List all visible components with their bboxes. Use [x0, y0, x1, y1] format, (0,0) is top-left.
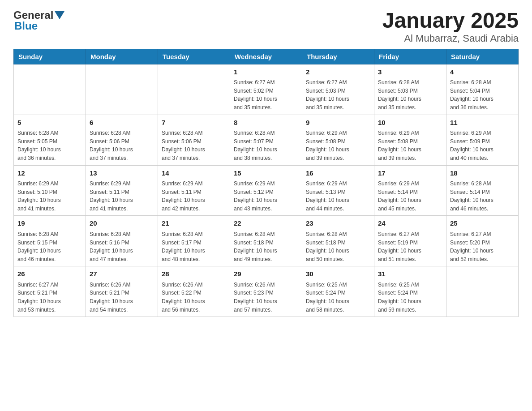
day-number: 22	[234, 218, 298, 229]
day-info: Sunrise: 6:28 AM Sunset: 5:03 PM Dayligh…	[378, 78, 442, 111]
day-info: Sunrise: 6:28 AM Sunset: 5:14 PM Dayligh…	[450, 180, 515, 213]
day-info: Sunrise: 6:26 AM Sunset: 5:23 PM Dayligh…	[234, 281, 298, 314]
day-info: Sunrise: 6:28 AM Sunset: 5:18 PM Dayligh…	[306, 230, 370, 263]
title-block: January 2025 Al Mubarraz, Saudi Arabia	[382, 9, 519, 44]
day-info: Sunrise: 6:29 AM Sunset: 5:11 PM Dayligh…	[90, 180, 154, 213]
calendar-day-cell: 23Sunrise: 6:28 AM Sunset: 5:18 PM Dayli…	[302, 216, 374, 266]
day-number: 17	[378, 168, 442, 179]
day-info: Sunrise: 6:27 AM Sunset: 5:02 PM Dayligh…	[234, 78, 298, 111]
logo-blue-text: Blue	[14, 20, 38, 32]
day-number: 12	[17, 168, 82, 179]
calendar-day-cell: 25Sunrise: 6:27 AM Sunset: 5:20 PM Dayli…	[446, 216, 519, 266]
day-number: 7	[162, 118, 226, 128]
calendar-day-cell: 26Sunrise: 6:27 AM Sunset: 5:21 PM Dayli…	[14, 266, 86, 317]
day-number: 19	[17, 218, 82, 229]
logo-triangle-icon	[55, 11, 64, 21]
day-number: 14	[162, 168, 226, 179]
day-of-week-header: Thursday	[302, 49, 374, 64]
calendar-day-cell	[86, 64, 158, 115]
calendar-day-cell: 20Sunrise: 6:28 AM Sunset: 5:16 PM Dayli…	[86, 216, 158, 266]
day-info: Sunrise: 6:29 AM Sunset: 5:11 PM Dayligh…	[162, 180, 226, 213]
day-number: 26	[17, 269, 82, 279]
day-of-week-header: Saturday	[446, 49, 519, 64]
day-of-week-header: Monday	[86, 49, 158, 64]
calendar-day-cell: 22Sunrise: 6:28 AM Sunset: 5:18 PM Dayli…	[230, 216, 302, 266]
day-number: 4	[450, 67, 515, 77]
calendar-day-cell: 11Sunrise: 6:29 AM Sunset: 5:09 PM Dayli…	[446, 115, 519, 165]
day-number: 28	[162, 269, 226, 279]
day-of-week-header: Sunday	[14, 49, 86, 64]
day-info: Sunrise: 6:29 AM Sunset: 5:10 PM Dayligh…	[17, 180, 82, 213]
calendar-day-cell: 21Sunrise: 6:28 AM Sunset: 5:17 PM Dayli…	[158, 216, 230, 266]
calendar-day-cell: 28Sunrise: 6:26 AM Sunset: 5:22 PM Dayli…	[158, 266, 230, 317]
day-number: 29	[234, 269, 298, 279]
calendar-day-cell: 27Sunrise: 6:26 AM Sunset: 5:21 PM Dayli…	[86, 266, 158, 317]
day-number: 21	[162, 218, 226, 229]
calendar-day-cell: 12Sunrise: 6:29 AM Sunset: 5:10 PM Dayli…	[14, 165, 86, 216]
calendar-day-cell: 10Sunrise: 6:29 AM Sunset: 5:08 PM Dayli…	[374, 115, 446, 165]
day-info: Sunrise: 6:29 AM Sunset: 5:12 PM Dayligh…	[234, 180, 298, 213]
calendar-day-cell: 8Sunrise: 6:28 AM Sunset: 5:07 PM Daylig…	[230, 115, 302, 165]
calendar-week-row: 1Sunrise: 6:27 AM Sunset: 5:02 PM Daylig…	[14, 64, 519, 115]
day-info: Sunrise: 6:26 AM Sunset: 5:22 PM Dayligh…	[162, 281, 226, 314]
day-info: Sunrise: 6:26 AM Sunset: 5:21 PM Dayligh…	[90, 281, 154, 314]
calendar-title: January 2025	[382, 9, 519, 33]
page-header: General Blue January 2025 Al Mubarraz, S…	[13, 9, 519, 44]
calendar-day-cell: 30Sunrise: 6:25 AM Sunset: 5:24 PM Dayli…	[302, 266, 374, 317]
day-info: Sunrise: 6:29 AM Sunset: 5:13 PM Dayligh…	[306, 180, 370, 213]
day-info: Sunrise: 6:28 AM Sunset: 5:17 PM Dayligh…	[162, 230, 226, 263]
day-number: 1	[234, 67, 298, 77]
day-info: Sunrise: 6:28 AM Sunset: 5:18 PM Dayligh…	[234, 230, 298, 263]
calendar-day-cell: 3Sunrise: 6:28 AM Sunset: 5:03 PM Daylig…	[374, 64, 446, 115]
calendar-day-cell: 7Sunrise: 6:28 AM Sunset: 5:06 PM Daylig…	[158, 115, 230, 165]
day-number: 6	[90, 118, 154, 128]
calendar-day-cell: 5Sunrise: 6:28 AM Sunset: 5:05 PM Daylig…	[14, 115, 86, 165]
day-number: 11	[450, 118, 515, 128]
calendar-day-cell: 18Sunrise: 6:28 AM Sunset: 5:14 PM Dayli…	[446, 165, 519, 216]
day-info: Sunrise: 6:28 AM Sunset: 5:04 PM Dayligh…	[450, 78, 515, 111]
calendar-day-cell	[446, 266, 519, 317]
calendar-day-cell: 9Sunrise: 6:29 AM Sunset: 5:08 PM Daylig…	[302, 115, 374, 165]
day-info: Sunrise: 6:28 AM Sunset: 5:06 PM Dayligh…	[90, 129, 154, 162]
day-info: Sunrise: 6:29 AM Sunset: 5:09 PM Dayligh…	[450, 129, 515, 162]
calendar-day-cell	[158, 64, 230, 115]
calendar-table: SundayMondayTuesdayWednesdayThursdayFrid…	[13, 49, 519, 317]
day-info: Sunrise: 6:28 AM Sunset: 5:06 PM Dayligh…	[162, 129, 226, 162]
calendar-day-cell: 1Sunrise: 6:27 AM Sunset: 5:02 PM Daylig…	[230, 64, 302, 115]
calendar-week-row: 5Sunrise: 6:28 AM Sunset: 5:05 PM Daylig…	[14, 115, 519, 165]
calendar-week-row: 26Sunrise: 6:27 AM Sunset: 5:21 PM Dayli…	[14, 266, 519, 317]
day-number: 16	[306, 168, 370, 179]
day-number: 20	[90, 218, 154, 229]
day-info: Sunrise: 6:25 AM Sunset: 5:24 PM Dayligh…	[306, 281, 370, 314]
calendar-day-cell: 14Sunrise: 6:29 AM Sunset: 5:11 PM Dayli…	[158, 165, 230, 216]
day-of-week-header: Wednesday	[230, 49, 302, 64]
day-number: 2	[306, 67, 370, 77]
svg-marker-0	[55, 11, 64, 19]
day-info: Sunrise: 6:28 AM Sunset: 5:15 PM Dayligh…	[17, 230, 82, 263]
day-number: 3	[378, 67, 442, 77]
calendar-day-cell: 6Sunrise: 6:28 AM Sunset: 5:06 PM Daylig…	[86, 115, 158, 165]
day-info: Sunrise: 6:25 AM Sunset: 5:24 PM Dayligh…	[378, 281, 442, 314]
day-info: Sunrise: 6:28 AM Sunset: 5:07 PM Dayligh…	[234, 129, 298, 162]
calendar-subtitle: Al Mubarraz, Saudi Arabia	[382, 33, 519, 44]
day-number: 9	[306, 118, 370, 128]
day-number: 30	[306, 269, 370, 279]
day-of-week-header: Friday	[374, 49, 446, 64]
day-info: Sunrise: 6:29 AM Sunset: 5:08 PM Dayligh…	[378, 129, 442, 162]
calendar-day-cell: 4Sunrise: 6:28 AM Sunset: 5:04 PM Daylig…	[446, 64, 519, 115]
day-number: 18	[450, 168, 515, 179]
day-number: 25	[450, 218, 515, 229]
day-number: 15	[234, 168, 298, 179]
day-number: 31	[378, 269, 442, 279]
day-number: 13	[90, 168, 154, 179]
calendar-day-cell: 24Sunrise: 6:27 AM Sunset: 5:19 PM Dayli…	[374, 216, 446, 266]
day-number: 23	[306, 218, 370, 229]
day-info: Sunrise: 6:28 AM Sunset: 5:05 PM Dayligh…	[17, 129, 82, 162]
calendar-day-cell: 2Sunrise: 6:27 AM Sunset: 5:03 PM Daylig…	[302, 64, 374, 115]
calendar-week-row: 12Sunrise: 6:29 AM Sunset: 5:10 PM Dayli…	[14, 165, 519, 216]
day-info: Sunrise: 6:27 AM Sunset: 5:21 PM Dayligh…	[17, 281, 82, 314]
calendar-day-cell: 31Sunrise: 6:25 AM Sunset: 5:24 PM Dayli…	[374, 266, 446, 317]
calendar-day-cell: 16Sunrise: 6:29 AM Sunset: 5:13 PM Dayli…	[302, 165, 374, 216]
day-number: 24	[378, 218, 442, 229]
day-number: 8	[234, 118, 298, 128]
